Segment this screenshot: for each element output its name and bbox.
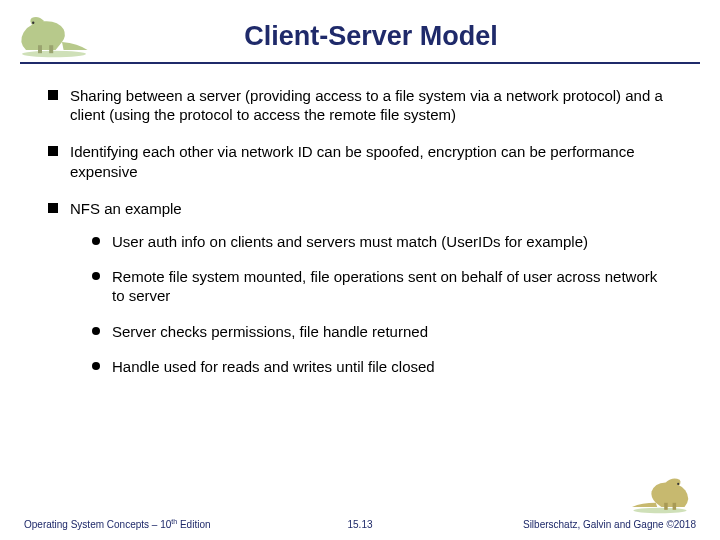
dinosaur-left-icon	[14, 10, 94, 58]
sub-bullet-text: Server checks permissions, file handle r…	[112, 323, 428, 340]
sub-bullet-text: Remote file system mounted, file operati…	[112, 268, 657, 304]
sub-bullet-item: Handle used for reads and writes until f…	[92, 357, 672, 376]
svg-point-3	[32, 22, 34, 24]
footer-left: Operating System Concepts – 10th Edition	[24, 518, 211, 530]
sub-bullet-text: User auth info on clients and servers mu…	[112, 233, 588, 250]
bullet-text: NFS an example	[70, 200, 182, 217]
footer-right: Silberschatz, Galvin and Gagne ©2018	[523, 519, 696, 530]
bullet-text: Identifying each other via network ID ca…	[70, 143, 635, 179]
svg-rect-6	[673, 503, 677, 510]
bullet-item: Identifying each other via network ID ca…	[48, 142, 672, 180]
footer-left-suffix: Edition	[177, 519, 210, 530]
sub-bullet-item: Server checks permissions, file handle r…	[92, 322, 672, 341]
svg-rect-2	[49, 45, 53, 53]
slide-title: Client-Server Model	[102, 21, 700, 58]
slide-body: Sharing between a server (providing acce…	[0, 64, 720, 376]
slide: Client-Server Model Sharing between a se…	[0, 0, 720, 540]
footer-center: 15.13	[347, 519, 372, 530]
svg-point-0	[22, 51, 86, 57]
svg-rect-5	[664, 503, 668, 510]
bullet-item: Sharing between a server (providing acce…	[48, 86, 672, 124]
sub-bullet-item: Remote file system mounted, file operati…	[92, 267, 672, 305]
svg-point-4	[633, 508, 686, 514]
sub-bullet-list: User auth info on clients and servers mu…	[92, 232, 672, 376]
bullet-text: Sharing between a server (providing acce…	[70, 87, 663, 123]
title-row: Client-Server Model	[0, 0, 720, 58]
bullet-list: Sharing between a server (providing acce…	[48, 86, 672, 376]
footer-left-prefix: Operating System Concepts – 10	[24, 519, 171, 530]
svg-rect-1	[38, 45, 42, 53]
svg-point-7	[677, 483, 679, 485]
dinosaur-right-icon	[624, 472, 696, 514]
sub-bullet-text: Handle used for reads and writes until f…	[112, 358, 435, 375]
sub-bullet-item: User auth info on clients and servers mu…	[92, 232, 672, 251]
bullet-item: NFS an example User auth info on clients…	[48, 199, 672, 376]
